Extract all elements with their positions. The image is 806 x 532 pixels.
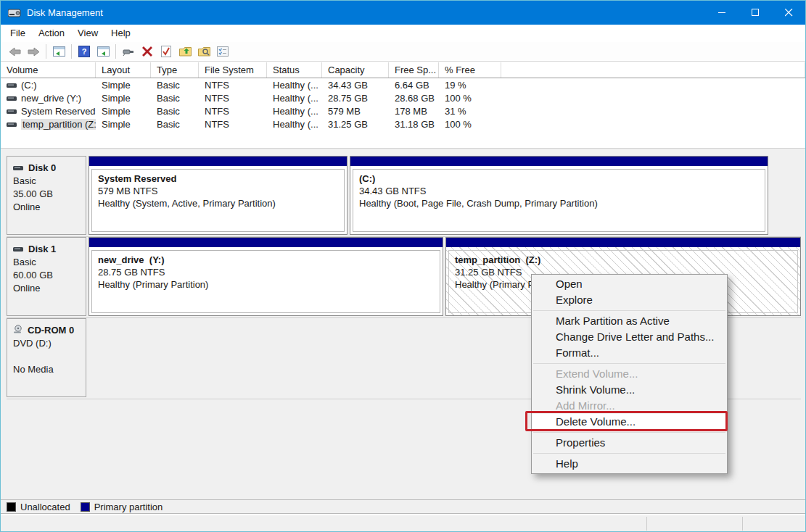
cell-pct-free: 100 % — [439, 93, 501, 104]
volume-list: Volume Layout Type File System Status Ca… — [1, 62, 805, 148]
cell-type: Basic — [151, 119, 199, 130]
cell-fs: NTFS — [199, 80, 267, 91]
menu-item-explore[interactable]: Explore — [532, 292, 727, 308]
column-header-capacity[interactable]: Capacity — [322, 62, 389, 78]
volume-name: new_drive (Y:) — [21, 93, 81, 104]
partition-context-menu: Open Explore Mark Partition as Active Ch… — [531, 274, 728, 474]
help-icon[interactable]: ? — [75, 43, 94, 59]
cell-pct-free: 100 % — [439, 119, 501, 130]
cdrom-header[interactable]: CD-ROM 0 DVD (D:) No Media — [7, 318, 86, 397]
menu-view[interactable]: View — [71, 25, 104, 42]
delete-icon[interactable] — [138, 43, 157, 59]
tasklist-icon[interactable] — [213, 43, 232, 59]
menu-item-open[interactable]: Open — [532, 276, 727, 292]
drive-icon — [7, 119, 17, 130]
disk-drive-app-icon — [8, 8, 21, 18]
table-row-selected[interactable]: temp_partition (Z:) Simple Basic NTFS He… — [1, 117, 805, 130]
column-header-layout[interactable]: Layout — [96, 62, 151, 78]
disk-size: 60.00 GB — [13, 269, 86, 282]
statusbar-separator — [646, 517, 647, 531]
partition-system-reserved[interactable]: System Reserved 579 MB NTFS Healthy (Sys… — [89, 156, 348, 235]
drive-icon — [7, 93, 17, 104]
primary-partition-swatch — [81, 502, 90, 512]
disk-icon — [13, 243, 24, 256]
disk-icon — [13, 162, 24, 175]
action-pane-icon[interactable] — [94, 43, 112, 59]
folder-find-icon[interactable] — [194, 43, 213, 59]
legend-unallocated-label: Unallocated — [20, 502, 70, 512]
menu-action[interactable]: Action — [32, 25, 71, 42]
cell-status: Healthy (... — [267, 80, 322, 91]
cell-capacity: 31.25 GB — [322, 119, 389, 130]
cell-capacity: 28.75 GB — [322, 93, 389, 104]
menu-separator — [533, 363, 725, 364]
partition-info: 579 MB NTFS — [98, 185, 338, 197]
close-button[interactable] — [772, 1, 805, 25]
menu-item-extend-volume: Extend Volume... — [532, 366, 727, 382]
column-header-pct-free[interactable]: % Free — [439, 62, 501, 78]
primary-partition-bar — [350, 157, 768, 166]
folder-up-icon[interactable] — [176, 43, 194, 59]
column-header-status[interactable]: Status — [267, 62, 322, 78]
menu-item-shrink-volume[interactable]: Shrink Volume... — [532, 382, 727, 398]
menu-separator — [533, 310, 725, 311]
volume-name: System Reserved — [21, 106, 96, 117]
partition-name: new_drive (Y:) — [98, 254, 434, 266]
maximize-button[interactable] — [739, 1, 772, 25]
partition-c[interactable]: (C:) 34.43 GB NTFS Healthy (Boot, Page F… — [350, 156, 768, 235]
table-row[interactable]: System Reserved Simple Basic NTFS Health… — [1, 104, 805, 117]
cell-status: Healthy (... — [267, 106, 322, 117]
partition-health: Healthy (Boot, Page File, Crash Dump, Pr… — [359, 197, 759, 209]
disk-kind: Basic — [13, 175, 86, 188]
statusbar-separator — [742, 517, 743, 531]
cell-type: Basic — [151, 93, 199, 104]
cell-layout: Simple — [96, 119, 151, 130]
disk-management-window: Disk Management File Action View Help ? … — [0, 0, 806, 532]
cdrom-status: No Media — [13, 363, 86, 376]
menu-item-format[interactable]: Format... — [532, 345, 727, 361]
cdrom-media: DVD (D:) — [13, 337, 86, 350]
cell-fs: NTFS — [199, 106, 267, 117]
cell-layout: Simple — [96, 106, 151, 117]
partition-new-drive[interactable]: new_drive (Y:) 28.75 GB NTFS Healthy (Pr… — [89, 237, 443, 316]
console-window-icon[interactable] — [49, 43, 68, 59]
legend-bar: Unallocated Primary partition — [1, 499, 805, 514]
menu-file[interactable]: File — [4, 25, 32, 42]
toolbar-separator — [71, 44, 72, 59]
forward-icon[interactable] — [24, 43, 43, 59]
column-header-file-system[interactable]: File System — [199, 62, 267, 78]
device-tool-icon[interactable] — [119, 43, 138, 59]
menu-bar: File Action View Help — [1, 25, 805, 42]
unallocated-swatch — [7, 502, 16, 512]
toolbar: ? — [1, 42, 805, 62]
disk1-header[interactable]: Disk 1 Basic 60.00 GB Online — [7, 237, 86, 316]
column-header-type[interactable]: Type — [151, 62, 199, 78]
column-header-free-space[interactable]: Free Sp... — [389, 62, 439, 78]
cell-fs: NTFS — [199, 119, 267, 130]
cell-free-space: 178 MB — [389, 106, 439, 117]
table-row[interactable]: (C:) Simple Basic NTFS Healthy (... 34.4… — [1, 78, 805, 91]
partition-name: temp_partition (Z:) — [455, 254, 791, 266]
cell-layout: Simple — [96, 93, 151, 104]
menu-help[interactable]: Help — [104, 25, 137, 42]
partition-name: (C:) — [359, 173, 759, 185]
menu-item-delete-volume[interactable]: Delete Volume... — [532, 414, 727, 430]
disk0-header[interactable]: Disk 0 Basic 35.00 GB Online — [7, 156, 86, 235]
menu-item-properties[interactable]: Properties — [532, 435, 727, 451]
primary-partition-bar — [446, 238, 800, 247]
menu-item-change-drive-letter[interactable]: Change Drive Letter and Paths... — [532, 329, 727, 345]
menu-item-mark-partition-active[interactable]: Mark Partition as Active — [532, 313, 727, 329]
disk-name: Disk 1 — [28, 243, 56, 256]
disk-state: Online — [13, 282, 86, 295]
back-icon[interactable] — [5, 43, 24, 59]
menu-item-help[interactable]: Help — [532, 456, 727, 472]
cell-layout: Simple — [96, 80, 151, 91]
check-document-icon[interactable] — [157, 43, 176, 59]
disk-state: Online — [13, 201, 86, 214]
minimize-button[interactable] — [705, 1, 739, 25]
table-row[interactable]: new_drive (Y:) Simple Basic NTFS Healthy… — [1, 91, 805, 104]
volume-name: temp_partition (Z:) — [21, 119, 96, 130]
column-header-volume[interactable]: Volume — [1, 62, 96, 78]
status-bar — [1, 515, 805, 532]
window-title: Disk Management — [27, 7, 103, 18]
